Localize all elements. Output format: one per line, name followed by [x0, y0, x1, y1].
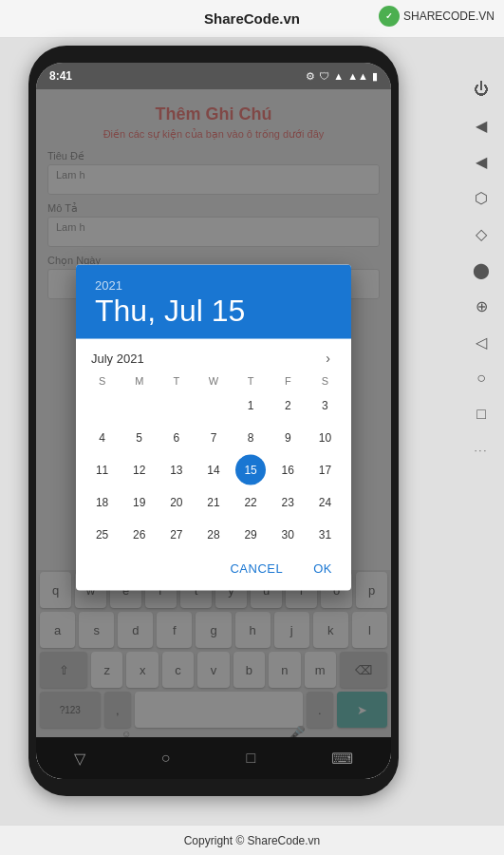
day-cell-18[interactable]: 18: [87, 487, 118, 518]
day-cell-7[interactable]: 7: [198, 423, 229, 453]
shield-status-icon: 🛡: [319, 70, 329, 82]
day-cell-15[interactable]: 15: [235, 455, 266, 485]
cancel-button[interactable]: CANCEL: [222, 558, 290, 580]
home-icon[interactable]: ○: [468, 365, 495, 391]
volume-down-icon[interactable]: ◀: [468, 148, 495, 175]
status-time: 8:41: [49, 69, 72, 83]
day-cell-22[interactable]: 22: [235, 487, 266, 518]
day-cell-4[interactable]: 4: [87, 423, 118, 453]
day-cell-10[interactable]: 10: [309, 423, 340, 453]
bottom-bar: Copyright © ShareCode.vn: [0, 825, 504, 855]
settings-status-icon: ⚙: [306, 70, 315, 83]
day-cell-31[interactable]: 31: [309, 520, 340, 550]
status-bar: 8:41 ⚙ 🛡 ▲ ▲▲ ▮: [36, 63, 391, 89]
day-cell-24[interactable]: 24: [309, 487, 340, 518]
recent-icon[interactable]: □: [468, 401, 495, 428]
top-bar: ShareCode.vn ✓ SHARECODE.VN: [0, 0, 504, 38]
phone-frame: 8:41 ⚙ 🛡 ▲ ▲▲ ▮ Thêm Ghi Chú Điền các sự…: [28, 46, 399, 796]
calendar-month-year: July 2021: [91, 351, 144, 365]
day-cell-19[interactable]: 19: [124, 487, 155, 518]
day-cell-1[interactable]: 1: [235, 390, 266, 421]
day-cell-30[interactable]: 30: [272, 520, 303, 550]
day-cell-17[interactable]: 17: [309, 455, 340, 485]
right-sidebar: ⏻ ◀ ◀ ⬡ ◇ ⬤ ⊕ ◁ ○ □ ···: [468, 76, 495, 464]
battery-status-icon: ▮: [372, 70, 378, 83]
status-icons: ⚙ 🛡 ▲ ▲▲ ▮: [306, 70, 378, 83]
calendar-weekdays: S M T W T F S: [84, 373, 344, 389]
power-icon[interactable]: ⏻: [468, 76, 495, 103]
weekday-thu: T: [233, 373, 270, 389]
day-cell-29[interactable]: 29: [235, 520, 266, 550]
day-cell-13[interactable]: 13: [161, 455, 192, 485]
day-cell-empty: [161, 390, 192, 421]
calendar-nav: July 2021 ›: [84, 339, 344, 373]
app-background: Thêm Ghi Chú Điền các sự kiện của bạn và…: [36, 89, 391, 779]
weekday-wed: W: [195, 373, 232, 389]
day-cell-12[interactable]: 12: [124, 455, 155, 485]
sharecode-logo: ✓ SHARECODE.VN: [379, 6, 495, 27]
diamond-icon[interactable]: ◇: [468, 220, 495, 247]
calendar-next-arrow[interactable]: ›: [320, 349, 336, 368]
zoom-in-icon[interactable]: ⊕: [468, 293, 495, 319]
camera-icon[interactable]: ⬤: [468, 256, 495, 283]
logo-label: SHARECODE.VN: [403, 10, 495, 23]
day-cell-23[interactable]: 23: [272, 487, 303, 518]
day-cell-empty: [198, 390, 229, 421]
dialog-year: 2021: [95, 278, 332, 293]
day-cell-3[interactable]: 3: [309, 390, 340, 421]
logo-icon-circle: ✓: [379, 6, 400, 27]
day-cell-21[interactable]: 21: [198, 487, 229, 518]
day-cell-25[interactable]: 25: [87, 520, 118, 550]
day-cell-27[interactable]: 27: [161, 520, 192, 550]
volume-up-icon[interactable]: ◀: [468, 112, 495, 139]
erase-icon[interactable]: ⬡: [468, 184, 495, 211]
weekday-sat: S: [307, 373, 344, 389]
date-picker-dialog: 2021 Thu, Jul 15 July 2021 › S M T W T F: [76, 265, 351, 591]
weekday-tue: T: [158, 373, 195, 389]
day-cell-2[interactable]: 2: [272, 390, 303, 421]
calendar-days: 1234567891011121314151617181920212223242…: [84, 390, 344, 550]
day-cell-9[interactable]: 9: [272, 423, 303, 453]
copyright-text: Copyright © ShareCode.vn: [184, 834, 321, 847]
weekday-sun: S: [84, 373, 121, 389]
more-icon[interactable]: ···: [468, 437, 495, 464]
day-cell-28[interactable]: 28: [198, 520, 229, 550]
dialog-date-display: Thu, Jul 15: [95, 294, 332, 328]
site-title: ShareCode.vn: [204, 10, 300, 27]
day-cell-5[interactable]: 5: [124, 423, 155, 453]
back-icon[interactable]: ◁: [468, 329, 495, 355]
phone-screen: 8:41 ⚙ 🛡 ▲ ▲▲ ▮ Thêm Ghi Chú Điền các sự…: [36, 63, 391, 779]
weekday-mon: M: [121, 373, 158, 389]
signal-status-icon: ▲▲: [347, 70, 368, 82]
day-cell-14[interactable]: 14: [198, 455, 229, 485]
day-cell-20[interactable]: 20: [161, 487, 192, 518]
day-cell-6[interactable]: 6: [161, 423, 192, 453]
weekday-fri: F: [270, 373, 307, 389]
calendar-body: July 2021 › S M T W T F S 12345678910111…: [76, 339, 351, 550]
day-cell-empty: [87, 390, 118, 421]
dialog-actions: CANCEL OK: [76, 550, 351, 591]
day-cell-11[interactable]: 11: [87, 455, 118, 485]
logo-icon-text: ✓: [385, 11, 393, 21]
day-cell-26[interactable]: 26: [124, 520, 155, 550]
wifi-status-icon: ▲: [333, 70, 344, 82]
dialog-header: 2021 Thu, Jul 15: [76, 265, 351, 339]
day-cell-empty: [124, 390, 155, 421]
day-cell-8[interactable]: 8: [235, 423, 266, 453]
ok-button[interactable]: OK: [306, 558, 340, 580]
day-cell-16[interactable]: 16: [272, 455, 303, 485]
